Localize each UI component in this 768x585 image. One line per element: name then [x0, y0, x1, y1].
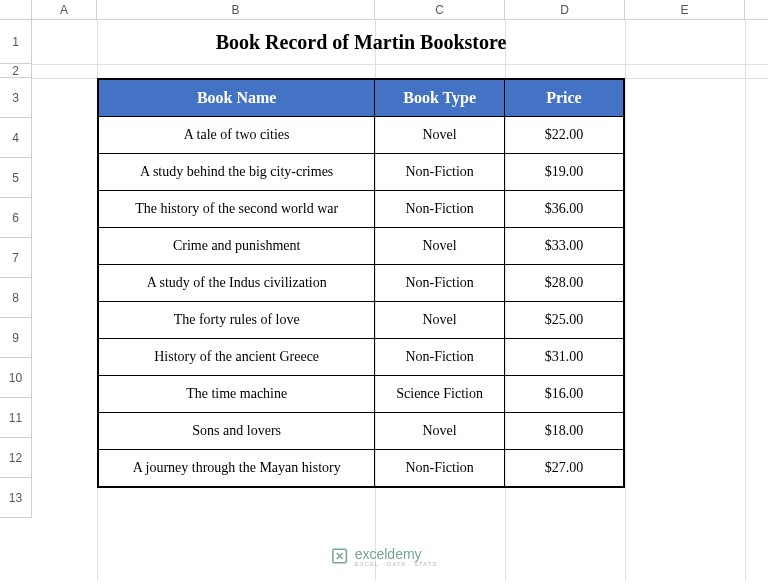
row-header-7[interactable]: 7 — [0, 238, 32, 278]
row-header-6[interactable]: 6 — [0, 198, 32, 238]
cell-book-type[interactable]: Non-Fiction — [375, 339, 505, 376]
cell-price[interactable]: $33.00 — [504, 228, 624, 265]
cell-price[interactable]: $28.00 — [504, 265, 624, 302]
row-headers-col: 1 2 3 4 5 6 7 8 9 10 11 12 13 — [0, 20, 32, 518]
cell-price[interactable]: $27.00 — [504, 450, 624, 488]
table-row: A study of the Indus civilization Non-Fi… — [98, 265, 624, 302]
spreadsheet: A B C D E 1 2 3 4 5 6 7 8 9 10 11 12 13 … — [0, 0, 768, 585]
header-price[interactable]: Price — [504, 79, 624, 117]
cell-book-name[interactable]: A study of the Indus civilization — [98, 265, 375, 302]
header-book-name[interactable]: Book Name — [98, 79, 375, 117]
cell-book-type[interactable]: Novel — [375, 302, 505, 339]
table-row: The history of the second world war Non-… — [98, 191, 624, 228]
cell-book-type[interactable]: Novel — [375, 228, 505, 265]
row-header-2[interactable]: 2 — [0, 64, 32, 78]
row-header-8[interactable]: 8 — [0, 278, 32, 318]
column-header-C[interactable]: C — [375, 0, 505, 19]
cell-book-type[interactable]: Science Fiction — [375, 376, 505, 413]
table-row: A journey through the Mayan history Non-… — [98, 450, 624, 488]
row-header-9[interactable]: 9 — [0, 318, 32, 358]
cell-book-name[interactable]: The history of the second world war — [98, 191, 375, 228]
table-row: A tale of two cities Novel $22.00 — [98, 117, 624, 154]
cell-price[interactable]: $25.00 — [504, 302, 624, 339]
column-header-B[interactable]: B — [97, 0, 375, 19]
cell-price[interactable]: $22.00 — [504, 117, 624, 154]
cell-book-name[interactable]: The time machine — [98, 376, 375, 413]
table-row: The forty rules of love Novel $25.00 — [98, 302, 624, 339]
column-header-A[interactable]: A — [32, 0, 97, 19]
books-table: Book Name Book Type Price A tale of two … — [97, 78, 625, 488]
cell-book-type[interactable]: Novel — [375, 413, 505, 450]
cell-book-type[interactable]: Non-Fiction — [375, 265, 505, 302]
page-title[interactable]: Book Record of Martin Bookstore — [97, 20, 625, 64]
cell-price[interactable]: $19.00 — [504, 154, 624, 191]
row-header-4[interactable]: 4 — [0, 118, 32, 158]
row-header-12[interactable]: 12 — [0, 438, 32, 478]
column-header-D[interactable]: D — [505, 0, 625, 19]
cell-book-type[interactable]: Non-Fiction — [375, 154, 505, 191]
row-header-1[interactable]: 1 — [0, 20, 32, 64]
table-row: The time machine Science Fiction $16.00 — [98, 376, 624, 413]
row-header-10[interactable]: 10 — [0, 358, 32, 398]
table-row: History of the ancient Greece Non-Fictio… — [98, 339, 624, 376]
cell-price[interactable]: $18.00 — [504, 413, 624, 450]
watermark-tagline: EXCEL · DATA · STATS — [355, 561, 438, 567]
cell-price[interactable]: $36.00 — [504, 191, 624, 228]
cell-book-name[interactable]: History of the ancient Greece — [98, 339, 375, 376]
watermark-text-group: exceldemy EXCEL · DATA · STATS — [355, 545, 438, 567]
cell-book-type[interactable]: Non-Fiction — [375, 450, 505, 488]
cell-price[interactable]: $31.00 — [504, 339, 624, 376]
logo-icon — [331, 547, 349, 565]
cell-book-name[interactable]: The forty rules of love — [98, 302, 375, 339]
cell-book-name[interactable]: A journey through the Mayan history — [98, 450, 375, 488]
cell-book-name[interactable]: A study behind the big city-crimes — [98, 154, 375, 191]
row-header-11[interactable]: 11 — [0, 398, 32, 438]
row-header-5[interactable]: 5 — [0, 158, 32, 198]
cell-price[interactable]: $16.00 — [504, 376, 624, 413]
column-headers-row: A B C D E — [0, 0, 768, 20]
row-header-13[interactable]: 13 — [0, 478, 32, 518]
column-header-E[interactable]: E — [625, 0, 745, 19]
watermark-brand: exceldemy — [355, 546, 422, 562]
cell-book-name[interactable]: Sons and lovers — [98, 413, 375, 450]
cell-book-type[interactable]: Non-Fiction — [375, 191, 505, 228]
watermark: exceldemy EXCEL · DATA · STATS — [331, 545, 438, 567]
cell-book-name[interactable]: A tale of two cities — [98, 117, 375, 154]
header-book-type[interactable]: Book Type — [375, 79, 505, 117]
cell-book-name[interactable]: Crime and punishment — [98, 228, 375, 265]
cell-book-type[interactable]: Novel — [375, 117, 505, 154]
row-header-3[interactable]: 3 — [0, 78, 32, 118]
table-row: A study behind the big city-crimes Non-F… — [98, 154, 624, 191]
table-row: Sons and lovers Novel $18.00 — [98, 413, 624, 450]
table-row: Crime and punishment Novel $33.00 — [98, 228, 624, 265]
table-header-row: Book Name Book Type Price — [98, 79, 624, 117]
select-all-corner[interactable] — [0, 0, 32, 19]
